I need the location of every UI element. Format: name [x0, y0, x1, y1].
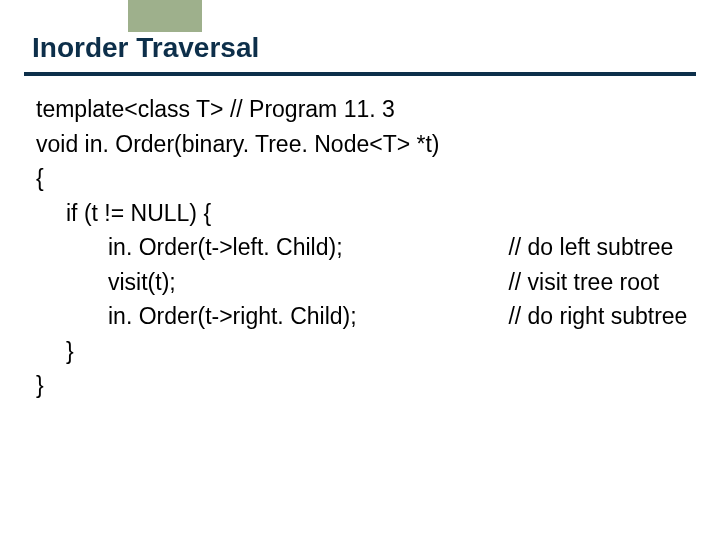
- code-line: void in. Order(binary. Tree. Node<T> *t): [36, 127, 684, 162]
- code-line: {: [36, 161, 684, 196]
- code-line: template<class T> // Program 11. 3: [36, 92, 684, 127]
- code-line: if (t != NULL) {: [36, 196, 684, 231]
- code-text: in. Order(t->right. Child);: [36, 299, 502, 334]
- code-text: }: [36, 368, 44, 403]
- slide: Inorder Traversal template<class T> // P…: [0, 0, 720, 540]
- code-comment: // do left subtree: [508, 230, 673, 265]
- code-text: visit(t);: [36, 265, 502, 300]
- code-line: }: [36, 334, 684, 369]
- code-line: in. Order(t->left. Child); // do left su…: [36, 230, 684, 265]
- code-comment: // do right subtree: [508, 299, 687, 334]
- decorative-block: [128, 0, 202, 32]
- code-text: if (t != NULL) {: [36, 196, 211, 231]
- code-text: void in. Order(binary. Tree. Node<T> *t): [36, 127, 440, 162]
- code-line: in. Order(t->right. Child); // do right …: [36, 299, 684, 334]
- code-text: {: [36, 161, 44, 196]
- code-text: template<class T> // Program 11. 3: [36, 92, 395, 127]
- code-text: }: [36, 334, 74, 369]
- code-comment: // visit tree root: [508, 265, 659, 300]
- code-line: visit(t); // visit tree root: [36, 265, 684, 300]
- title-divider: [24, 72, 696, 76]
- code-line: }: [36, 368, 684, 403]
- slide-title: Inorder Traversal: [32, 32, 259, 64]
- code-text: in. Order(t->left. Child);: [36, 230, 502, 265]
- code-body: template<class T> // Program 11. 3 void …: [36, 92, 684, 403]
